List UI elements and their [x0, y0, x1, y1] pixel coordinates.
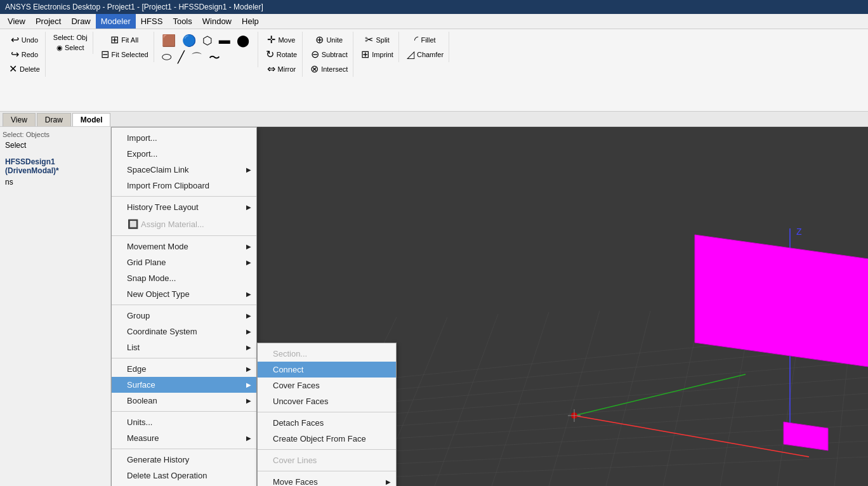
submenu-connect[interactable]: Connect	[258, 362, 396, 378]
menu-hfss[interactable]: HFSS	[136, 14, 168, 29]
imprint-button[interactable]: ⊞ Imprint	[358, 48, 396, 61]
menu-snap-mode[interactable]: Snap Mode...	[112, 270, 256, 286]
ellipse-tool-button[interactable]: ⬭	[159, 49, 174, 64]
subtract-button[interactable]: ⊖ Subtract	[308, 48, 350, 61]
cylinder-tool-button[interactable]: ⬡	[200, 33, 215, 48]
history-tree-arrow-icon: ▶	[246, 204, 251, 211]
menu-edge[interactable]: Edge ▶	[112, 361, 256, 377]
arc-tool-button[interactable]: ⌒	[188, 49, 205, 66]
coordinate-system-label: Coordinate System	[127, 327, 197, 336]
circle-tool-button[interactable]: ⬤	[234, 33, 252, 48]
chamfer-button[interactable]: ◿ Chamfer	[404, 48, 446, 61]
toolbar-edit-group: ↩ Undo ↪ Redo ✕ Delete	[4, 32, 46, 77]
movement-mode-label: Movement Mode	[127, 242, 188, 251]
submenu-cover-lines: Cover Lines	[258, 452, 396, 468]
submenu-move-faces[interactable]: Move Faces ▶	[258, 474, 396, 486]
cover-faces-label: Cover Faces	[273, 381, 320, 390]
delete-button[interactable]: ✕ Delete	[6, 62, 43, 76]
menu-delete-last-operation[interactable]: Delete Last Operation	[112, 468, 256, 483]
group-label: Group	[127, 311, 150, 320]
fit-selected-icon: ⊟	[101, 48, 109, 60]
move-icon: ✛	[267, 34, 275, 46]
chamfer-icon: ◿	[407, 48, 414, 60]
cylinder-icon: ⬡	[202, 34, 213, 48]
surface-arrow-icon: ▶	[246, 381, 251, 388]
menu-tools[interactable]: Tools	[168, 14, 197, 29]
menu-modeler[interactable]: Modeler	[96, 14, 136, 29]
spline-tool-button[interactable]: 〜	[206, 49, 223, 66]
menu-measure[interactable]: Measure ▶	[112, 430, 256, 446]
tab-model[interactable]: Model	[72, 113, 111, 126]
menu-generate-history[interactable]: Generate History	[112, 452, 256, 468]
submenu-uncover-faces[interactable]: Uncover Faces	[258, 393, 396, 409]
intersect-button[interactable]: ⊗ Intersect	[308, 62, 350, 76]
submenu-create-object-from-face[interactable]: Create Object From Face	[258, 431, 396, 447]
menu-window[interactable]: Window	[197, 14, 237, 29]
tab-draw[interactable]: Draw	[37, 113, 71, 126]
uncover-faces-label: Uncover Faces	[273, 397, 328, 406]
menu-group[interactable]: Group ▶	[112, 308, 256, 324]
menu-import-clipboard[interactable]: Import From Clipboard	[112, 178, 256, 194]
menu-coordinate-system[interactable]: Coordinate System ▶	[112, 324, 256, 339]
delete-icon: ✕	[9, 63, 17, 75]
spaceclaim-arrow-icon: ▶	[246, 166, 251, 173]
sidebar-select-sub: Select	[3, 140, 108, 151]
box-icon: 🟫	[162, 34, 176, 48]
line-tool-button[interactable]: ╱	[175, 49, 187, 65]
select-button[interactable]: ◉ Select	[54, 43, 87, 53]
modeler-dropdown-menu: Import... Export... SpaceClaim Link ▶ Im…	[111, 127, 397, 486]
menu-boolean[interactable]: Boolean ▶	[112, 393, 256, 409]
select-object-button[interactable]: Select: Obj	[51, 33, 90, 42]
fit-all-button[interactable]: ⊞ Fit All	[108, 33, 141, 46]
select-label: Select: Obj	[53, 34, 88, 41]
submenu-cover-faces[interactable]: Cover Faces	[258, 378, 396, 393]
surface-submenu-panel: Section... Connect Cover Faces Uncover F…	[257, 343, 397, 486]
spaceclaim-label: SpaceClaim Link	[127, 165, 189, 174]
3d-viewport[interactable]: Z Import... Export...	[111, 127, 868, 486]
history-tree-label: History Tree Layout	[127, 202, 199, 212]
menu-export[interactable]: Export...	[112, 146, 256, 162]
menu-purge-history[interactable]: Purge History	[112, 483, 256, 486]
box-tool-button[interactable]: 🟫	[159, 33, 178, 48]
move-button[interactable]: ✛ Move	[265, 33, 298, 46]
menu-project[interactable]: Project	[30, 14, 66, 29]
boolean-label: Boolean	[127, 396, 157, 405]
fillet-button[interactable]: ◜ Fillet	[412, 33, 438, 46]
connect-label: Connect	[273, 365, 303, 374]
rectangle-tool-button[interactable]: ▬	[216, 33, 233, 48]
edge-label: Edge	[127, 364, 146, 374]
menu-import[interactable]: Import...	[112, 130, 256, 146]
measure-label: Measure	[127, 433, 159, 443]
menu-help[interactable]: Help	[237, 14, 264, 29]
grid-plane-arrow-icon: ▶	[246, 259, 251, 266]
unite-button[interactable]: ⊕ Unite	[313, 33, 345, 46]
menu-new-object-type[interactable]: New Object Type ▶	[112, 286, 256, 302]
tab-view[interactable]: View	[3, 113, 36, 126]
menu-draw[interactable]: Draw	[66, 14, 95, 29]
menu-history-tree-layout[interactable]: History Tree Layout ▶	[112, 199, 256, 215]
sidebar-sub-label: ns	[3, 176, 108, 188]
menu-grid-plane[interactable]: Grid Plane ▶	[112, 254, 256, 270]
menu-list[interactable]: List ▶	[112, 339, 256, 355]
rectangle-icon: ▬	[219, 34, 230, 47]
sphere-tool-button[interactable]: 🔵	[180, 33, 199, 48]
menu-view[interactable]: View	[3, 14, 30, 29]
split-button[interactable]: ✂ Split	[362, 33, 391, 46]
menu-surface[interactable]: Surface ▶	[112, 377, 256, 393]
list-arrow-icon: ▶	[246, 344, 251, 351]
undo-button[interactable]: ↩ Undo	[8, 33, 41, 46]
menu-units[interactable]: Units...	[112, 414, 256, 430]
submenu-detach-faces[interactable]: Detach Faces	[258, 415, 396, 431]
arc-icon: ⌒	[191, 50, 202, 65]
mirror-button[interactable]: ⇔ Mirror	[265, 62, 299, 76]
menu-movement-mode[interactable]: Movement Mode ▶	[112, 239, 256, 254]
toolbar-boolean2-group: ✂ Split ⊞ Imprint	[356, 32, 399, 62]
redo-button[interactable]: ↪ Redo	[8, 48, 41, 61]
boolean-arrow-icon: ▶	[246, 397, 251, 404]
svg-text:Z: Z	[796, 227, 802, 237]
rotate-button[interactable]: ↻ Rotate	[263, 48, 299, 61]
rotate-icon: ↻	[266, 48, 274, 60]
fit-selected-button[interactable]: ⊟ Fit Selected	[98, 48, 151, 61]
menu-spaceclaim-link[interactable]: SpaceClaim Link ▶	[112, 162, 256, 178]
tab-bar: View Draw Model	[0, 112, 868, 127]
